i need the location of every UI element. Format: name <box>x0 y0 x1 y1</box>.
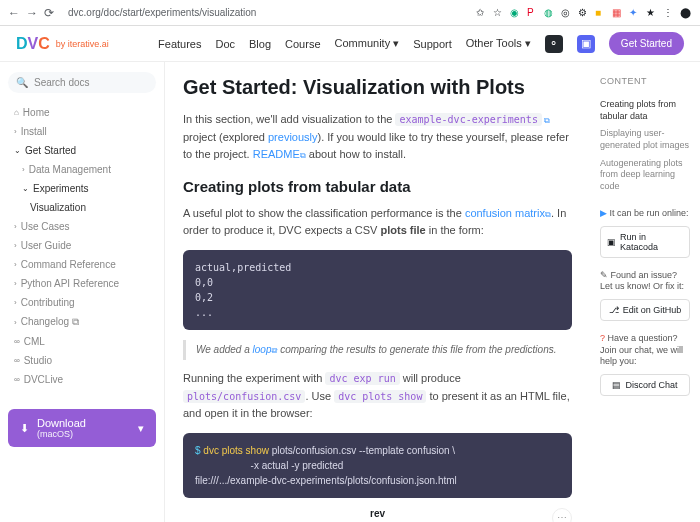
code-example-project: example-dvc-experiments <box>395 113 541 126</box>
sidebar-item-install[interactable]: ›Install <box>8 122 156 141</box>
toc-header: CONTENT <box>600 76 690 86</box>
page-title: Get Started: Visualization with Plots <box>183 76 572 99</box>
reload-icon[interactable]: ⟳ <box>44 6 54 20</box>
link-loop[interactable]: loop <box>253 344 272 355</box>
discord-icon[interactable]: ▣ <box>577 35 595 53</box>
link-confusion-matrix[interactable]: confusion matrix <box>465 207 545 219</box>
sidebar-item-contributing[interactable]: ›Contributing <box>8 293 156 312</box>
chevron-down-icon: ▾ <box>138 422 144 435</box>
main-content: Get Started: Visualization with Plots In… <box>165 62 590 522</box>
code-block-command: $ dvc plots show plots/confusion.csv --t… <box>183 433 572 498</box>
forward-icon[interactable]: → <box>26 6 38 20</box>
download-icon: ⬇ <box>20 422 29 435</box>
link-previously[interactable]: previously <box>268 131 318 143</box>
toc-item[interactable]: Creating plots from tabular data <box>600 96 690 125</box>
sidebar-item-visualization[interactable]: Visualization <box>8 198 156 217</box>
discord-chat-button[interactable]: ▤Discord Chat <box>600 374 690 396</box>
url-bar[interactable]: dvc.org/doc/start/experiments/visualizat… <box>60 7 470 18</box>
nav-support[interactable]: Support <box>413 38 452 50</box>
search-input[interactable]: 🔍 Search docs <box>8 72 156 93</box>
logo[interactable]: DVC <box>16 35 50 53</box>
back-icon[interactable]: ← <box>8 6 20 20</box>
sidebar-item-studio[interactable]: ∞Studio <box>8 351 156 370</box>
nav-blog[interactable]: Blog <box>249 38 271 50</box>
paragraph: A useful plot to show the classification… <box>183 205 572 240</box>
download-button[interactable]: ⬇ Download (macOS) ▾ <box>8 409 156 447</box>
extension-icons: ✩☆◉P◍◎⚙■▦✦★⋮⬤ <box>476 7 692 19</box>
intro-paragraph: In this section, we'll add visualization… <box>183 111 572 164</box>
by-line: by iterative.ai <box>56 39 109 49</box>
play-icon: ▣ <box>607 237 616 247</box>
chat-icon: ▤ <box>612 380 621 390</box>
paragraph: Running the experiment with dvc exp run … <box>183 370 572 423</box>
browser-chrome-bar: ← → ⟳ dvc.org/doc/start/experiments/visu… <box>0 0 700 26</box>
chart-menu-button[interactable]: ⋯ <box>552 508 572 522</box>
note-block: We added a loop⧉ comparing the results t… <box>183 340 572 360</box>
table-of-contents: CONTENT Creating plots from tabular data… <box>590 62 700 522</box>
toc-note: ? Have a question? Join our chat, we wil… <box>600 333 690 368</box>
docs-sidebar: 🔍 Search docs ⌂Home ›Install ⌄Get Starte… <box>0 62 165 522</box>
section-heading: Creating plots from tabular data <box>183 178 572 195</box>
sidebar-item-use-cases[interactable]: ›Use Cases <box>8 217 156 236</box>
nav-doc[interactable]: Doc <box>215 38 235 50</box>
github-icon[interactable]: ⚬ <box>545 35 563 53</box>
run-katacoda-button[interactable]: ▣Run in Katacoda <box>600 226 690 258</box>
toc-note: ▶ It can be run online: <box>600 208 690 220</box>
toc-note: ✎ Found an issue? Let us know! Or fix it… <box>600 270 690 293</box>
nav-features[interactable]: Features <box>158 38 201 50</box>
sidebar-item-dvclive[interactable]: ∞DVCLive <box>8 370 156 389</box>
link-readme[interactable]: README <box>253 148 300 160</box>
code-dvc-plots-show: dvc plots show <box>334 390 426 403</box>
toc-item[interactable]: Autogenerating plots from deep learning … <box>600 155 690 196</box>
sidebar-item-home[interactable]: ⌂Home <box>8 103 156 122</box>
nav-community[interactable]: Community ▾ <box>335 37 400 50</box>
sidebar-item-get-started[interactable]: ⌄Get Started <box>8 141 156 160</box>
sidebar-item-command-ref[interactable]: ›Command Reference <box>8 255 156 274</box>
sidebar-item-experiments[interactable]: ⌄Experiments <box>8 179 156 198</box>
nav-other-tools[interactable]: Other Tools ▾ <box>466 37 531 50</box>
toc-item[interactable]: Displaying user-generated plot images <box>600 125 690 154</box>
sidebar-item-user-guide[interactable]: ›User Guide <box>8 236 156 255</box>
code-dvc-exp-run: dvc exp run <box>325 372 399 385</box>
github-icon: ⎇ <box>609 305 619 315</box>
external-link-icon[interactable]: ⧉ <box>542 116 550 125</box>
sidebar-item-changelog[interactable]: ›Changelog ⧉ <box>8 312 156 332</box>
code-confusion-csv: plots/confusion.csv <box>183 390 305 403</box>
sidebar-item-cml[interactable]: ∞CML <box>8 332 156 351</box>
get-started-button[interactable]: Get Started <box>609 32 684 55</box>
site-header: DVC by iterative.ai Features Doc Blog Co… <box>0 26 700 62</box>
code-block-csv: actual,predicted 0,0 0,2 ... <box>183 250 572 330</box>
top-nav: Features Doc Blog Course Community ▾ Sup… <box>158 32 684 55</box>
nav-course[interactable]: Course <box>285 38 320 50</box>
chart-title: rev <box>183 508 572 519</box>
sidebar-item-data-management[interactable]: ›Data Management <box>8 160 156 179</box>
confusion-matrix-chart: ⋯ rev workspace 0 849 2 15 13 1 0 80 0 2… <box>183 508 572 522</box>
edit-github-button[interactable]: ⎇Edit on GitHub <box>600 299 690 321</box>
search-icon: 🔍 <box>16 77 28 88</box>
sidebar-item-python-api[interactable]: ›Python API Reference <box>8 274 156 293</box>
